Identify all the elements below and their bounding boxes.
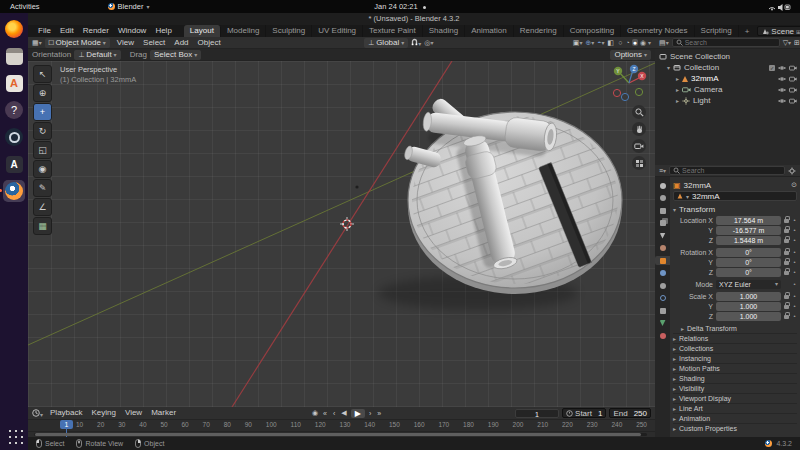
- properties-section[interactable]: ▸Custom Properties: [673, 423, 797, 433]
- play-button[interactable]: ▶: [351, 409, 365, 418]
- tool-annotate[interactable]: ✎: [33, 179, 52, 197]
- outliner-search[interactable]: [672, 38, 780, 47]
- collection-checkbox[interactable]: ✓: [769, 65, 775, 71]
- pin-icon[interactable]: ⊙: [791, 181, 797, 189]
- workspace-tab[interactable]: Texture Paint: [363, 25, 423, 37]
- activities-button[interactable]: Activities: [0, 2, 50, 11]
- rotation-y-field[interactable]: 0°: [716, 258, 781, 267]
- animate-decorator-icon[interactable]: •: [792, 281, 797, 287]
- menu-item[interactable]: File: [34, 25, 55, 37]
- animate-decorator-icon[interactable]: •: [792, 303, 797, 309]
- options-dropdown[interactable]: Options▾: [610, 50, 651, 60]
- proportional-editing-toggle[interactable]: ◎▾: [424, 39, 433, 47]
- frame-end-field[interactable]: End250: [609, 408, 651, 418]
- shading-material[interactable]: ●: [632, 39, 638, 46]
- lock-icon[interactable]: [784, 295, 789, 299]
- outliner-row-camera[interactable]: ▸ Camera: [659, 84, 800, 95]
- drag-mode-dropdown[interactable]: Select Box▾: [150, 50, 201, 60]
- workspace-tab[interactable]: Layout: [184, 25, 221, 37]
- object-name-field[interactable]: ▾ 32mmA: [673, 191, 797, 201]
- disclosure-collapsed-icon[interactable]: ▸: [676, 75, 679, 82]
- properties-section[interactable]: ▸Animation: [673, 413, 797, 423]
- pan-button[interactable]: [632, 122, 646, 136]
- lock-icon[interactable]: [784, 315, 789, 319]
- workspace-tab[interactable]: Rendering: [514, 25, 564, 37]
- properties-section[interactable]: ▸Line Art: [673, 403, 797, 413]
- tab-tool[interactable]: [655, 181, 670, 190]
- pivot-point-dropdown[interactable]: ▣▾: [573, 39, 583, 47]
- transform-panel-header[interactable]: ▾Transform: [673, 204, 797, 215]
- properties-section[interactable]: ▸Collections: [673, 343, 797, 353]
- scale-x-field[interactable]: 1.000: [716, 292, 781, 301]
- properties-search-input[interactable]: [682, 167, 781, 174]
- viewport-menu-item[interactable]: View: [113, 37, 138, 49]
- tool-measure[interactable]: ∠: [33, 198, 52, 216]
- animate-decorator-icon[interactable]: •: [792, 249, 797, 255]
- workspace-tab[interactable]: Animation: [465, 25, 514, 37]
- section-delta-transform[interactable]: ▸Delta Transform: [673, 323, 797, 333]
- overlays-toggle[interactable]: ◓▾: [597, 39, 604, 46]
- viewport-menu-item[interactable]: Object: [194, 37, 225, 49]
- disable-render-camera-icon[interactable]: [789, 76, 797, 82]
- timeline-menu-item[interactable]: View: [121, 407, 146, 419]
- animate-decorator-icon[interactable]: •: [792, 269, 797, 275]
- tab-render[interactable]: [655, 194, 670, 203]
- gear-icon[interactable]: [788, 167, 796, 175]
- properties-search[interactable]: [669, 166, 785, 175]
- animate-decorator-icon[interactable]: •: [792, 237, 797, 243]
- window-title-bar[interactable]: * (Unsaved) - Blender 4.3.2: [28, 13, 800, 25]
- properties-section[interactable]: ▸Instancing: [673, 353, 797, 363]
- properties-section[interactable]: ▸Relations: [673, 333, 797, 343]
- files-icon[interactable]: [3, 45, 25, 67]
- lock-icon[interactable]: [784, 271, 789, 275]
- timeline-editor-icon[interactable]: ▾: [32, 409, 43, 418]
- hide-viewport-eye-icon[interactable]: [778, 76, 786, 82]
- tab-particles[interactable]: [655, 281, 670, 290]
- tab-material[interactable]: [655, 331, 670, 340]
- display-mode-dropdown[interactable]: ▤▾: [659, 39, 669, 47]
- editor-type-icon[interactable]: ▦▾: [32, 39, 42, 47]
- xray-toggle[interactable]: ◧: [608, 39, 615, 47]
- properties-editor-icon[interactable]: ≡▾: [659, 167, 666, 174]
- rotation-x-field[interactable]: 0°: [716, 248, 781, 257]
- tab-modifiers[interactable]: [655, 269, 670, 278]
- help-icon[interactable]: ?: [3, 99, 25, 121]
- tab-view-layer[interactable]: [655, 219, 670, 228]
- menu-item[interactable]: Render: [79, 25, 113, 37]
- shading-dropdown[interactable]: ▾: [648, 39, 651, 46]
- shading-rendered[interactable]: ◉: [639, 39, 647, 47]
- navigation-gizmo[interactable]: X Y Z: [609, 63, 649, 103]
- animate-decorator-icon[interactable]: •: [792, 293, 797, 299]
- workspace-tab[interactable]: Scripting: [695, 25, 739, 37]
- orientation-value-dropdown[interactable]: ⊥Default▾: [74, 50, 120, 60]
- tool-cursor[interactable]: ⊕: [33, 84, 52, 102]
- show-applications-icon[interactable]: [3, 424, 25, 446]
- previous-keyframe-button[interactable]: ‹: [331, 410, 337, 417]
- breadcrumb-object[interactable]: 32mmA: [684, 181, 712, 190]
- viewport-menu-item[interactable]: Select: [139, 37, 169, 49]
- proportional-dropdown[interactable]: ▾: [430, 40, 433, 46]
- timeline-menu-item[interactable]: Keying: [87, 407, 119, 419]
- menu-item[interactable]: Help: [151, 25, 175, 37]
- tab-object-data[interactable]: [655, 319, 670, 328]
- outliner-row-32mmA[interactable]: ▸ 32mmA: [659, 73, 800, 84]
- hide-viewport-eye-icon[interactable]: [778, 65, 786, 71]
- tab-scene[interactable]: [655, 231, 670, 240]
- animate-decorator-icon[interactable]: •: [792, 259, 797, 265]
- miniature-base-object[interactable]: [378, 96, 622, 310]
- properties-section[interactable]: ▸Motion Paths: [673, 363, 797, 373]
- animate-decorator-icon[interactable]: •: [792, 217, 797, 223]
- tool-rotate[interactable]: ↻: [33, 122, 52, 140]
- workspace-tab[interactable]: UV Editing: [312, 25, 363, 37]
- lock-icon[interactable]: [784, 219, 789, 223]
- workspace-tab[interactable]: Shading: [423, 25, 465, 37]
- shading-wireframe[interactable]: ○: [617, 39, 623, 46]
- tab-world[interactable]: [655, 244, 670, 253]
- properties-section[interactable]: ▸Visibility: [673, 383, 797, 393]
- firefox-icon[interactable]: [3, 18, 25, 40]
- tab-constraints[interactable]: [655, 306, 670, 315]
- new-collection-button[interactable]: ⊞: [794, 39, 800, 47]
- workspace-tab[interactable]: Modeling: [221, 25, 266, 37]
- outliner-search-input[interactable]: [685, 39, 776, 46]
- hide-viewport-eye-icon[interactable]: [778, 87, 786, 93]
